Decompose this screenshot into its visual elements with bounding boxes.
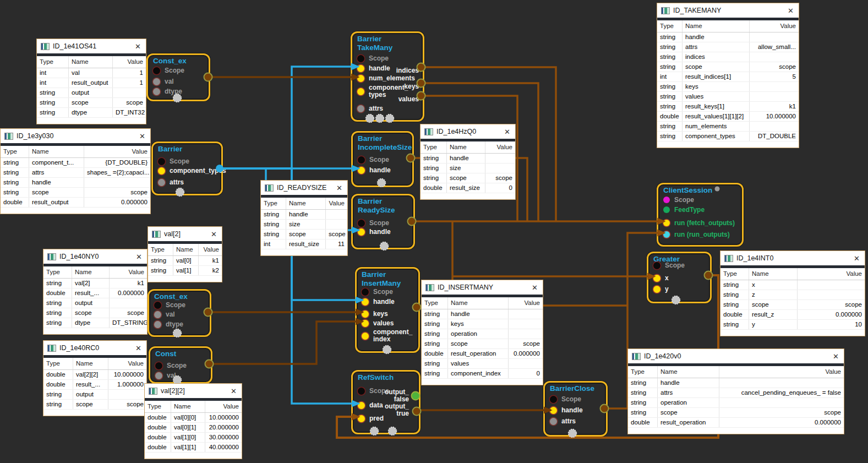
- node-barrier-insertmany[interactable]: BarrierInsertMany Scope handle keys valu…: [355, 267, 420, 353]
- port-scope[interactable]: Scope: [653, 262, 685, 269]
- table-row[interactable]: stringdtypeDT_INT32: [37, 108, 146, 118]
- table-row[interactable]: doubleresult_size0: [421, 183, 515, 193]
- table-row[interactable]: doubleresult_...1.000000: [43, 380, 146, 390]
- port-scope[interactable]: Scope: [550, 395, 581, 403]
- panel-titlebar[interactable]: val[2][2]✕: [145, 384, 242, 398]
- port-scope[interactable]: Scope: [154, 301, 185, 309]
- port-handle[interactable]: handle: [357, 64, 390, 72]
- table-row[interactable]: stringvalues: [657, 92, 799, 102]
- port-scope[interactable]: Scope: [362, 288, 393, 296]
- port-val[interactable]: val: [155, 372, 176, 379]
- close-icon[interactable]: ✕: [138, 132, 146, 140]
- table-row[interactable]: intresult_output1: [37, 78, 146, 88]
- table-row[interactable]: doubleresult_z0.000000: [720, 310, 865, 320]
- table-row[interactable]: intresult_size11: [261, 239, 347, 249]
- table-row[interactable]: doubleval[0][0]10.000000: [145, 413, 242, 423]
- table-row[interactable]: stringscopescope: [422, 339, 543, 349]
- panel-titlebar[interactable]: ID_1e4INT0✕: [720, 251, 865, 265]
- table-row[interactable]: stringoutput: [37, 88, 146, 98]
- node-const-ex-2[interactable]: Const_ex Scope val dtype: [148, 289, 211, 337]
- close-icon[interactable]: ✕: [134, 42, 142, 51]
- node-barrier-takemany[interactable]: BarrierTakeMany Scope handle num_element…: [351, 31, 424, 122]
- table-row[interactable]: stringscopescope: [720, 300, 865, 310]
- close-icon[interactable]: ✕: [787, 7, 795, 15]
- table-row[interactable]: stringvalues: [422, 359, 543, 369]
- panel-titlebar[interactable]: ID_1e41OS41✕: [37, 39, 146, 53]
- table-row[interactable]: stringval[1]k2: [148, 266, 222, 276]
- output-port-keys[interactable]: keys: [404, 81, 419, 91]
- port-val[interactable]: val: [154, 311, 175, 318]
- port-y[interactable]: y: [653, 285, 669, 293]
- port-pred[interactable]: pred: [358, 415, 384, 422]
- table-row[interactable]: doubleresult_output0.000000: [1, 198, 150, 208]
- port-handle[interactable]: handle: [358, 228, 391, 236]
- output-port-indices[interactable]: indices: [396, 65, 419, 75]
- node-refswitch[interactable]: RefSwitch Scope data pred output_false o…: [351, 370, 421, 434]
- panel-titlebar[interactable]: ID_1e3y030✕: [1, 129, 150, 143]
- port-keys[interactable]: keys: [362, 310, 388, 318]
- panel-titlebar[interactable]: ID_TAKEMANY✕: [657, 3, 799, 18]
- panel-titlebar[interactable]: ID_1e420v0✕: [628, 349, 844, 363]
- panel-titlebar[interactable]: ID_1e40NY0✕: [43, 249, 147, 264]
- table-row[interactable]: stringcomponent_index0: [422, 369, 543, 379]
- close-icon[interactable]: ✕: [135, 253, 143, 261]
- table-row[interactable]: doubleval[1][1]40.000000: [145, 443, 242, 453]
- close-icon[interactable]: ✕: [503, 128, 511, 136]
- port-component-index[interactable]: component_index: [362, 328, 412, 344]
- table-row[interactable]: stringscopescope: [43, 400, 146, 410]
- graph-canvas[interactable]: Const_ex Scope val dtype Barrier Scope c…: [0, 0, 868, 463]
- port-run-run-outputs[interactable]: run (run_outputs): [663, 231, 730, 238]
- close-icon[interactable]: ✕: [531, 284, 539, 292]
- table-row[interactable]: doubleresult_operation0.000000: [628, 418, 844, 428]
- port-val[interactable]: val: [153, 78, 174, 85]
- panel-titlebar[interactable]: ID_1e4HzQ0✕: [421, 124, 515, 139]
- close-icon[interactable]: ✕: [134, 344, 143, 352]
- port-scope[interactable]: Scope: [358, 156, 389, 164]
- table-row[interactable]: doubleresult_operation0.000000: [422, 349, 543, 359]
- table-row[interactable]: stringsize: [421, 164, 515, 173]
- table-row[interactable]: stringhandle: [1, 178, 150, 188]
- port-handle[interactable]: handle: [550, 406, 583, 414]
- node-barrier-readysize[interactable]: BarrierReadySize Scope handle: [351, 194, 415, 249]
- port-component-types[interactable]: component_types: [158, 167, 226, 175]
- table-row[interactable]: stringhandle: [657, 32, 799, 42]
- table-row[interactable]: stringhandle: [421, 154, 515, 164]
- node-const-ex-1[interactable]: Const_ex Scope val dtype: [146, 53, 210, 101]
- table-row[interactable]: stringscopescope: [1, 188, 150, 198]
- table-row[interactable]: stringscopescope: [628, 408, 844, 418]
- table-row[interactable]: stringcomponent_t...{DT_DOUBLE}: [1, 158, 150, 168]
- close-icon[interactable]: ✕: [335, 184, 343, 192]
- table-row[interactable]: stringkeys: [657, 82, 799, 92]
- node-barrier-incompletesize[interactable]: BarrierIncompleteSize Scope handle: [351, 131, 414, 187]
- port-attrs[interactable]: attrs: [357, 105, 383, 112]
- table-row[interactable]: doubleval[0][1]20.000000: [145, 423, 242, 433]
- table-row[interactable]: stringval[2]k1: [43, 279, 147, 288]
- close-icon[interactable]: ✕: [832, 352, 840, 361]
- output-port-output-true[interactable]: output_true: [385, 403, 409, 417]
- table-row[interactable]: stringdtypeDT_STRING: [43, 318, 147, 328]
- node-const[interactable]: Const Scope val: [149, 346, 212, 384]
- port-handle[interactable]: handle: [358, 166, 391, 174]
- panel-titlebar[interactable]: val[2]✕: [148, 227, 222, 241]
- table-row[interactable]: stringscopescope: [657, 62, 799, 72]
- node-greater[interactable]: Greater Scope x y: [647, 252, 712, 303]
- close-icon[interactable]: ✕: [230, 387, 238, 395]
- node-clientsession[interactable]: ClientSession Scope FeedType run (fetch_…: [657, 183, 744, 247]
- table-row[interactable]: stringattrsshapes_ ={2};capaci...: [1, 168, 150, 178]
- panel-titlebar[interactable]: ID_1e40RC0✕: [43, 341, 146, 355]
- port-values[interactable]: values: [362, 319, 394, 327]
- port-handle[interactable]: handle: [362, 298, 395, 306]
- table-row[interactable]: stringindices: [657, 52, 799, 62]
- table-row[interactable]: stringx: [720, 280, 865, 290]
- table-row[interactable]: stringval[0]k1: [148, 256, 222, 266]
- table-row[interactable]: doubleresult_...0.000000: [43, 288, 147, 298]
- port-dtype[interactable]: dtype: [153, 88, 182, 95]
- output-port-output-false[interactable]: output_false: [385, 389, 409, 403]
- port-data[interactable]: data: [358, 401, 383, 409]
- close-icon[interactable]: ✕: [853, 254, 861, 263]
- port-scope[interactable]: Scope: [357, 55, 389, 62]
- table-row[interactable]: stringresult_keys[1]k1: [657, 102, 799, 112]
- node-barrierclose[interactable]: BarrierClose Scope handle attrs: [543, 381, 608, 437]
- table-row[interactable]: stringscopescope: [37, 98, 146, 108]
- table-row[interactable]: stringsize: [261, 220, 347, 230]
